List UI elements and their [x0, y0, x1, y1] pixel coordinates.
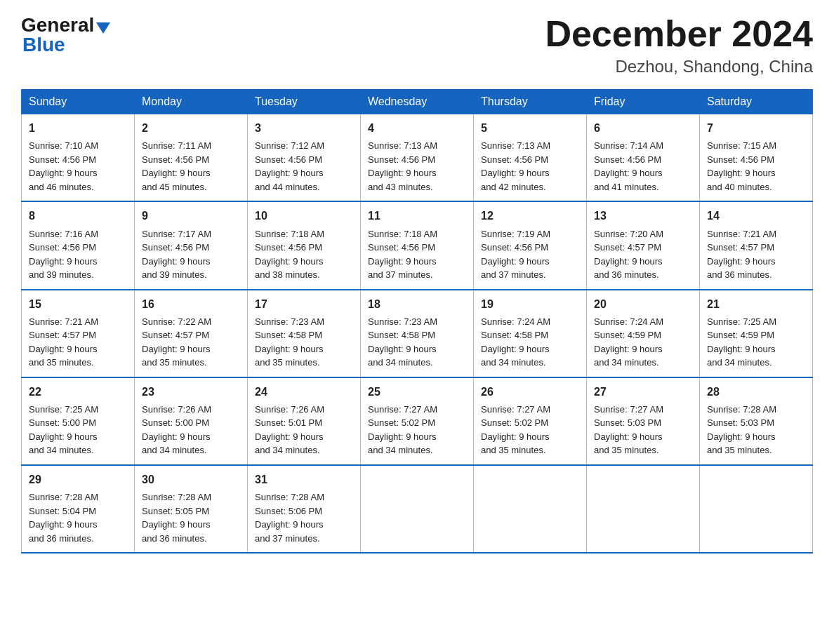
logo: General Blue — [21, 14, 110, 56]
day-number: 17 — [255, 296, 353, 312]
day-info: Sunrise: 7:27 AMSunset: 5:02 PMDaylight:… — [368, 403, 466, 457]
day-number: 30 — [142, 471, 240, 488]
calendar-cell: 3Sunrise: 7:12 AMSunset: 4:56 PMDaylight… — [248, 114, 361, 202]
calendar-cell: 4Sunrise: 7:13 AMSunset: 4:56 PMDaylight… — [361, 114, 474, 202]
day-info: Sunrise: 7:18 AMSunset: 4:56 PMDaylight:… — [255, 227, 353, 282]
calendar-table: SundayMondayTuesdayWednesdayThursdayFrid… — [21, 89, 813, 554]
day-info: Sunrise: 7:18 AMSunset: 4:56 PMDaylight:… — [368, 227, 466, 282]
week-row-5: 29Sunrise: 7:28 AMSunset: 5:04 PMDayligh… — [22, 465, 813, 553]
day-number: 21 — [707, 296, 805, 312]
day-info: Sunrise: 7:28 AMSunset: 5:06 PMDaylight:… — [255, 490, 353, 545]
calendar-cell: 16Sunrise: 7:22 AMSunset: 4:57 PMDayligh… — [135, 290, 248, 377]
day-info: Sunrise: 7:13 AMSunset: 4:56 PMDaylight:… — [368, 139, 466, 194]
month-title: December 2024 — [545, 14, 813, 54]
calendar-cell: 13Sunrise: 7:20 AMSunset: 4:57 PMDayligh… — [587, 201, 700, 289]
calendar-cell: 17Sunrise: 7:23 AMSunset: 4:58 PMDayligh… — [248, 290, 361, 377]
day-number: 22 — [29, 384, 127, 400]
calendar-cell: 14Sunrise: 7:21 AMSunset: 4:57 PMDayligh… — [700, 201, 813, 289]
weekday-header-row: SundayMondayTuesdayWednesdayThursdayFrid… — [22, 90, 813, 114]
day-info: Sunrise: 7:23 AMSunset: 4:58 PMDaylight:… — [255, 315, 353, 370]
weekday-header-tuesday: Tuesday — [248, 90, 361, 114]
calendar-cell: 20Sunrise: 7:24 AMSunset: 4:59 PMDayligh… — [587, 290, 700, 377]
day-number: 18 — [368, 296, 466, 312]
day-info: Sunrise: 7:23 AMSunset: 4:58 PMDaylight:… — [368, 315, 466, 370]
day-number: 20 — [594, 296, 692, 312]
location-title: Dezhou, Shandong, China — [545, 57, 813, 76]
day-info: Sunrise: 7:11 AMSunset: 4:56 PMDaylight:… — [142, 139, 240, 194]
calendar-cell: 8Sunrise: 7:16 AMSunset: 4:56 PMDaylight… — [22, 201, 135, 289]
week-row-2: 8Sunrise: 7:16 AMSunset: 4:56 PMDaylight… — [22, 201, 813, 289]
weekday-header-saturday: Saturday — [700, 90, 813, 114]
day-info: Sunrise: 7:21 AMSunset: 4:57 PMDaylight:… — [29, 315, 127, 370]
calendar-cell: 22Sunrise: 7:25 AMSunset: 5:00 PMDayligh… — [22, 377, 135, 465]
calendar-cell: 10Sunrise: 7:18 AMSunset: 4:56 PMDayligh… — [248, 201, 361, 289]
day-info: Sunrise: 7:28 AMSunset: 5:05 PMDaylight:… — [142, 490, 240, 545]
calendar-cell: 24Sunrise: 7:26 AMSunset: 5:01 PMDayligh… — [248, 377, 361, 465]
day-info: Sunrise: 7:14 AMSunset: 4:56 PMDaylight:… — [594, 139, 692, 194]
day-info: Sunrise: 7:17 AMSunset: 4:56 PMDaylight:… — [142, 227, 240, 282]
weekday-header-sunday: Sunday — [22, 90, 135, 114]
day-info: Sunrise: 7:27 AMSunset: 5:03 PMDaylight:… — [594, 403, 692, 457]
calendar-cell: 18Sunrise: 7:23 AMSunset: 4:58 PMDayligh… — [361, 290, 474, 377]
day-info: Sunrise: 7:25 AMSunset: 4:59 PMDaylight:… — [707, 315, 805, 370]
calendar-cell: 29Sunrise: 7:28 AMSunset: 5:04 PMDayligh… — [22, 465, 135, 553]
weekday-header-wednesday: Wednesday — [361, 90, 474, 114]
day-info: Sunrise: 7:26 AMSunset: 5:01 PMDaylight:… — [255, 403, 353, 457]
day-number: 12 — [481, 208, 579, 224]
logo-triangle-icon — [96, 22, 110, 34]
day-number: 28 — [707, 384, 805, 400]
calendar-cell — [587, 465, 700, 553]
day-number: 15 — [29, 296, 127, 312]
calendar-cell: 11Sunrise: 7:18 AMSunset: 4:56 PMDayligh… — [361, 201, 474, 289]
calendar-cell — [474, 465, 587, 553]
title-area: December 2024 Dezhou, Shandong, China — [545, 14, 813, 76]
week-row-4: 22Sunrise: 7:25 AMSunset: 5:00 PMDayligh… — [22, 377, 813, 465]
calendar-cell: 25Sunrise: 7:27 AMSunset: 5:02 PMDayligh… — [361, 377, 474, 465]
calendar-cell: 31Sunrise: 7:28 AMSunset: 5:06 PMDayligh… — [248, 465, 361, 553]
page-header: General Blue December 2024 Dezhou, Shand… — [21, 14, 813, 76]
weekday-header-monday: Monday — [135, 90, 248, 114]
week-row-3: 15Sunrise: 7:21 AMSunset: 4:57 PMDayligh… — [22, 290, 813, 377]
day-number: 25 — [368, 384, 466, 400]
week-row-1: 1Sunrise: 7:10 AMSunset: 4:56 PMDaylight… — [22, 114, 813, 202]
day-number: 23 — [142, 384, 240, 400]
day-info: Sunrise: 7:12 AMSunset: 4:56 PMDaylight:… — [255, 139, 353, 194]
day-info: Sunrise: 7:15 AMSunset: 4:56 PMDaylight:… — [707, 139, 805, 194]
calendar-cell — [700, 465, 813, 553]
day-info: Sunrise: 7:27 AMSunset: 5:02 PMDaylight:… — [481, 403, 579, 457]
calendar-cell: 19Sunrise: 7:24 AMSunset: 4:58 PMDayligh… — [474, 290, 587, 377]
day-number: 27 — [594, 384, 692, 400]
day-number: 3 — [255, 120, 353, 136]
calendar-cell: 1Sunrise: 7:10 AMSunset: 4:56 PMDaylight… — [22, 114, 135, 202]
day-info: Sunrise: 7:20 AMSunset: 4:57 PMDaylight:… — [594, 227, 692, 282]
calendar-cell: 5Sunrise: 7:13 AMSunset: 4:56 PMDaylight… — [474, 114, 587, 202]
day-info: Sunrise: 7:21 AMSunset: 4:57 PMDaylight:… — [707, 227, 805, 282]
day-info: Sunrise: 7:26 AMSunset: 5:00 PMDaylight:… — [142, 403, 240, 457]
calendar-cell: 28Sunrise: 7:28 AMSunset: 5:03 PMDayligh… — [700, 377, 813, 465]
day-number: 24 — [255, 384, 353, 400]
day-number: 16 — [142, 296, 240, 312]
calendar-cell: 7Sunrise: 7:15 AMSunset: 4:56 PMDaylight… — [700, 114, 813, 202]
day-number: 1 — [29, 120, 127, 136]
day-info: Sunrise: 7:13 AMSunset: 4:56 PMDaylight:… — [481, 139, 579, 194]
calendar-cell: 9Sunrise: 7:17 AMSunset: 4:56 PMDaylight… — [135, 201, 248, 289]
day-number: 5 — [481, 120, 579, 136]
day-info: Sunrise: 7:28 AMSunset: 5:03 PMDaylight:… — [707, 403, 805, 457]
calendar-cell: 12Sunrise: 7:19 AMSunset: 4:56 PMDayligh… — [474, 201, 587, 289]
day-info: Sunrise: 7:28 AMSunset: 5:04 PMDaylight:… — [29, 490, 127, 545]
calendar-cell: 15Sunrise: 7:21 AMSunset: 4:57 PMDayligh… — [22, 290, 135, 377]
day-info: Sunrise: 7:22 AMSunset: 4:57 PMDaylight:… — [142, 315, 240, 370]
day-info: Sunrise: 7:24 AMSunset: 4:58 PMDaylight:… — [481, 315, 579, 370]
day-info: Sunrise: 7:16 AMSunset: 4:56 PMDaylight:… — [29, 227, 127, 282]
day-number: 10 — [255, 208, 353, 224]
day-number: 11 — [368, 208, 466, 224]
day-number: 4 — [368, 120, 466, 136]
day-number: 26 — [481, 384, 579, 400]
day-info: Sunrise: 7:19 AMSunset: 4:56 PMDaylight:… — [481, 227, 579, 282]
calendar-cell: 26Sunrise: 7:27 AMSunset: 5:02 PMDayligh… — [474, 377, 587, 465]
logo-blue: Blue — [21, 34, 65, 56]
day-number: 13 — [594, 208, 692, 224]
day-info: Sunrise: 7:24 AMSunset: 4:59 PMDaylight:… — [594, 315, 692, 370]
calendar-cell — [361, 465, 474, 553]
calendar-cell: 21Sunrise: 7:25 AMSunset: 4:59 PMDayligh… — [700, 290, 813, 377]
